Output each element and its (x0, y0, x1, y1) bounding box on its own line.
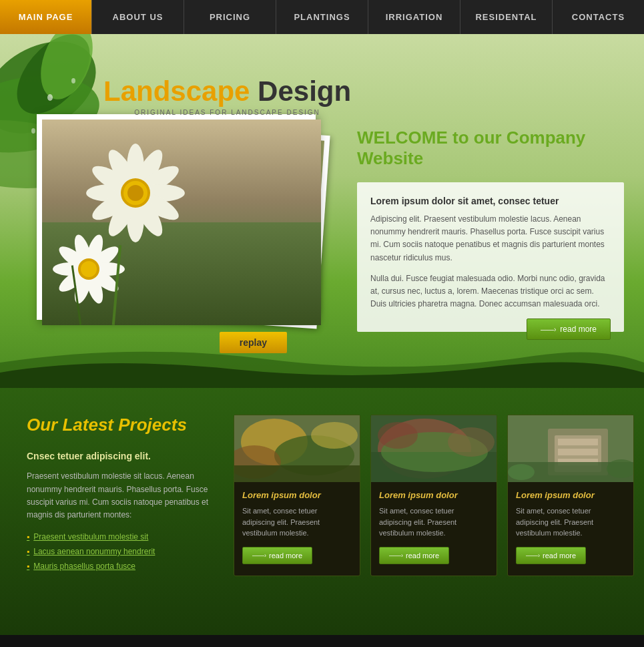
site-footer: Copyright © 2007, Landscape Design, All … (0, 635, 644, 647)
card-body-3: Lorem ipsum dolor Sit amet, consec tetue… (508, 482, 633, 572)
svg-point-2 (3, 34, 103, 127)
nav-residental[interactable]: RESIDENTAL (460, 0, 553, 34)
card-desc-1: Sit amet, consec tetuer adipiscing elit.… (242, 505, 352, 539)
content-p1: Adipiscing elit. Praesent vestibulum mol… (370, 213, 611, 264)
svg-rect-50 (558, 439, 598, 445)
card-read-more-3[interactable]: read more (516, 547, 586, 564)
project-link-1[interactable]: Praesent vestibulum molestie sit (27, 532, 214, 542)
nav-contacts[interactable]: CONTACTS (553, 0, 644, 34)
card-title-1: Lorem ipsum dolor (242, 490, 352, 500)
svg-point-34 (81, 261, 97, 277)
content-box: Lorem ipsum dolor sit amet, consec tetue… (357, 182, 624, 332)
svg-point-7 (71, 78, 75, 83)
svg-point-45 (378, 422, 418, 449)
card-body-2: Lorem ipsum dolor Sit amet, consec tetue… (371, 482, 497, 572)
projects-cards: Lorem ipsum dolor Sit amet, consec tetue… (234, 415, 634, 576)
site-logo: Landscape Design (103, 75, 351, 107)
project-card-1: Lorem ipsum dolor Sit amet, consec tetue… (234, 415, 360, 576)
card-img-2 (371, 415, 497, 482)
card-title-3: Lorem ipsum dolor (516, 490, 625, 500)
hero-content: WELCOME to our Company Website Lorem ips… (357, 128, 624, 340)
logo-area: Landscape Design ORIGINAL IDEAS FOR LAND… (103, 75, 351, 116)
projects-intro: Cnsec tetuer adipiscing elit. (27, 449, 214, 463)
content-p2: Nulla dui. Fusce feugiat malesuada odio.… (370, 272, 611, 311)
projects-layout: Our Latest Projects Cnsec tetuer adipisc… (27, 415, 617, 576)
card-desc-3: Sit amet, consec tetuer adipiscing elit.… (516, 505, 625, 539)
project-card-3: Lorem ipsum dolor Sit amet, consec tetue… (507, 415, 634, 576)
project-card-2: Lorem ipsum dolor Sit amet, consec tetue… (370, 415, 497, 576)
svg-point-5 (47, 94, 53, 101)
card-desc-2: Sit amet, consec tetuer adipiscing elit.… (379, 505, 489, 539)
projects-left: Our Latest Projects Cnsec tetuer adipisc… (27, 415, 214, 576)
nav-about-us[interactable]: ABOUT US (92, 0, 184, 34)
nav-main-page[interactable]: MAIN PAGE (0, 0, 92, 34)
hero-section: Landscape Design ORIGINAL IDEAS FOR LAND… (0, 34, 644, 388)
projects-section: Our Latest Projects Cnsec tetuer adipisc… (0, 388, 644, 635)
hero-wave (0, 336, 644, 388)
content-heading: Lorem ipsum dolor sit amet, consec tetue… (370, 196, 611, 206)
photo-stack: replay (37, 114, 324, 341)
project-link-3[interactable]: Mauris phasellus porta fusce (27, 562, 214, 571)
svg-point-46 (448, 427, 495, 457)
nav-pricing[interactable]: PRICING (184, 0, 276, 34)
card-title-2: Lorem ipsum dolor (379, 490, 489, 500)
replay-button[interactable]: replay (220, 332, 287, 353)
main-nav: MAIN PAGE ABOUT US PRICING PLANTINGS IRR… (0, 0, 644, 34)
nav-irrigation[interactable]: IRRIGATION (368, 0, 460, 34)
svg-point-22 (127, 185, 143, 201)
project-link-2[interactable]: Lacus aenean nonummy hendrerit (27, 547, 214, 556)
svg-point-6 (31, 128, 35, 134)
projects-description: Praesent vestibulum molestie sit lacus. … (27, 470, 214, 521)
card-read-more-2[interactable]: read more (379, 547, 449, 564)
projects-links: Praesent vestibulum molestie sit Lacus a… (27, 532, 214, 571)
card-img-3 (508, 415, 633, 482)
card-img-1 (234, 415, 360, 482)
svg-point-4 (31, 34, 103, 106)
card-body-1: Lorem ipsum dolor Sit amet, consec tetue… (234, 482, 360, 572)
projects-title: Our Latest Projects (27, 415, 214, 435)
svg-rect-51 (558, 449, 598, 455)
photo-main (37, 114, 316, 320)
svg-point-54 (508, 464, 535, 480)
svg-point-39 (311, 422, 358, 449)
welcome-title: WELCOME to our Company Website (357, 128, 624, 169)
card-read-more-1[interactable]: read more (242, 547, 312, 564)
flower-scene (42, 120, 321, 325)
svg-rect-40 (234, 465, 360, 482)
nav-plantings[interactable]: PLANTINGS (276, 0, 368, 34)
logo-tagline: ORIGINAL IDEAS FOR LANDSCAPE DESIGN (103, 109, 351, 116)
